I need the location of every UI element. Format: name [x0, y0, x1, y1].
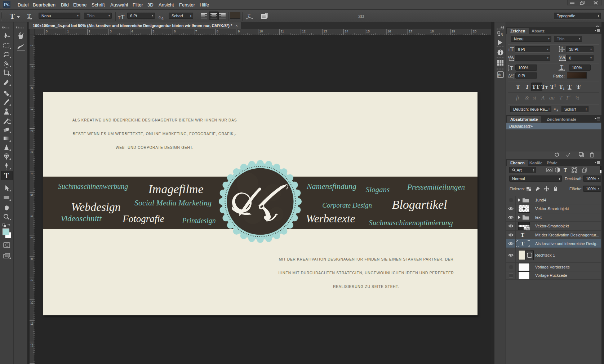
svg-text:5: 5 — [30, 194, 34, 196]
svg-text:11: 11 — [281, 30, 284, 33]
svg-text:TT: TT — [532, 84, 540, 90]
svg-text:6: 6 — [174, 30, 176, 33]
svg-text:T: T — [525, 84, 529, 90]
svg-text:T: T — [564, 168, 567, 173]
svg-text:2: 2 — [30, 130, 34, 132]
svg-text:a: a — [556, 108, 558, 112]
svg-text:16: 16 — [387, 30, 391, 33]
svg-text:10: 10 — [30, 301, 34, 305]
svg-text:1: 1 — [67, 30, 69, 33]
svg-text:T: T — [577, 84, 581, 90]
svg-text:1: 1 — [30, 108, 34, 110]
svg-text:4: 4 — [131, 30, 133, 33]
svg-text:T: T — [510, 65, 513, 71]
svg-text:T: T — [568, 84, 572, 90]
svg-text:T: T — [516, 84, 520, 90]
svg-text:st: st — [533, 95, 537, 101]
svg-text:4: 4 — [30, 173, 34, 174]
svg-text:T: T — [10, 13, 15, 20]
svg-text:5: 5 — [501, 32, 503, 37]
svg-text:2: 2 — [30, 45, 34, 46]
svg-text:8: 8 — [30, 258, 34, 260]
svg-text:T: T — [559, 95, 563, 101]
svg-text:11: 11 — [30, 322, 34, 325]
svg-text:T: T — [541, 84, 545, 90]
svg-text:A: A — [511, 54, 514, 60]
svg-text:T: T — [560, 65, 563, 70]
svg-text:A: A — [562, 54, 566, 60]
svg-text:1: 1 — [554, 84, 556, 87]
svg-text:a: a — [554, 106, 556, 111]
svg-text:15: 15 — [366, 30, 370, 33]
svg-text:18: 18 — [430, 30, 434, 33]
svg-text:9: 9 — [238, 30, 240, 33]
svg-text:T: T — [510, 46, 514, 52]
svg-text:fx: fx — [498, 72, 501, 77]
svg-text:T: T — [118, 15, 121, 20]
svg-text:aa: aa — [549, 95, 555, 101]
svg-text:14: 14 — [345, 30, 348, 33]
svg-text:T: T — [550, 84, 554, 90]
svg-text:3: 3 — [30, 151, 34, 153]
svg-text:½: ½ — [575, 95, 579, 101]
svg-text:&: & — [525, 95, 529, 101]
svg-text:3: 3 — [110, 30, 112, 33]
svg-text:T: T — [559, 84, 563, 90]
svg-text:13: 13 — [323, 30, 327, 33]
svg-text:T: T — [248, 13, 250, 18]
svg-text:T: T — [121, 14, 125, 20]
svg-text:12: 12 — [30, 343, 34, 347]
svg-text:0: 0 — [30, 87, 34, 89]
svg-text:1: 1 — [30, 66, 34, 68]
svg-text:5: 5 — [152, 30, 154, 33]
svg-text:T: T — [27, 13, 31, 19]
svg-text:T: T — [508, 48, 510, 52]
svg-text:a: a — [511, 73, 512, 76]
svg-text:12: 12 — [302, 30, 306, 33]
svg-text:st: st — [568, 94, 571, 98]
svg-text:10: 10 — [259, 30, 263, 33]
svg-text:T: T — [545, 85, 548, 89]
svg-text:2: 2 — [89, 30, 90, 33]
svg-text:19: 19 — [452, 30, 455, 33]
svg-text:7: 7 — [195, 30, 197, 33]
svg-text:9: 9 — [30, 279, 34, 281]
svg-text:6: 6 — [30, 216, 34, 217]
svg-text:A: A — [541, 95, 545, 101]
svg-text:a: a — [161, 15, 164, 20]
svg-text:20: 20 — [473, 30, 476, 33]
svg-text:T: T — [4, 172, 9, 179]
svg-text:fi: fi — [516, 95, 519, 101]
svg-text:a: a — [159, 14, 161, 19]
svg-text:1: 1 — [563, 87, 565, 90]
svg-text:7: 7 — [30, 237, 34, 239]
svg-text:0: 0 — [46, 30, 48, 33]
svg-text:8: 8 — [217, 30, 218, 33]
svg-text:17: 17 — [409, 30, 412, 33]
